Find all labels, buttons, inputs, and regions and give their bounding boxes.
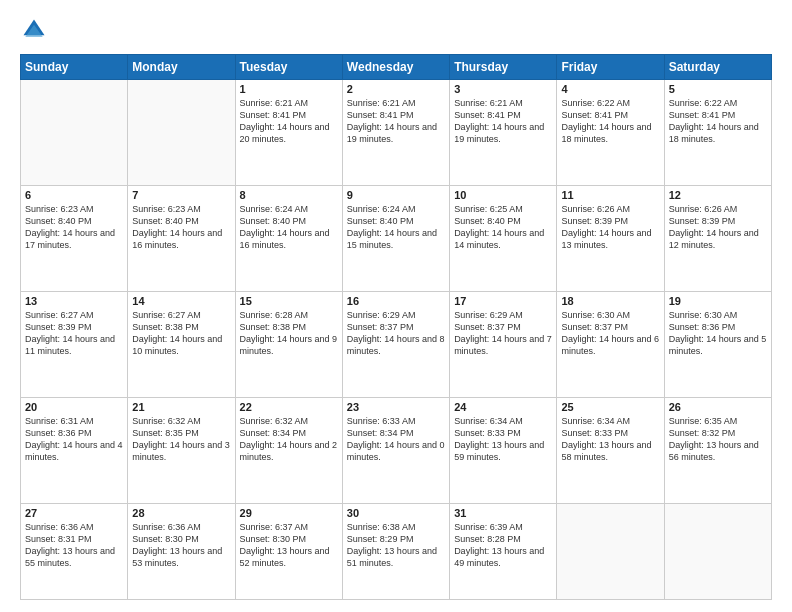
day-number: 23 xyxy=(347,401,445,413)
day-info: Sunrise: 6:32 AM Sunset: 8:34 PM Dayligh… xyxy=(240,415,338,464)
day-info: Sunrise: 6:31 AM Sunset: 8:36 PM Dayligh… xyxy=(25,415,123,464)
day-number: 31 xyxy=(454,507,552,519)
weekday-header-friday: Friday xyxy=(557,55,664,80)
calendar-cell: 3Sunrise: 6:21 AM Sunset: 8:41 PM Daylig… xyxy=(450,80,557,186)
logo xyxy=(20,16,52,44)
day-number: 1 xyxy=(240,83,338,95)
day-info: Sunrise: 6:22 AM Sunset: 8:41 PM Dayligh… xyxy=(561,97,659,146)
calendar-cell: 8Sunrise: 6:24 AM Sunset: 8:40 PM Daylig… xyxy=(235,185,342,291)
calendar-cell xyxy=(21,80,128,186)
page: SundayMondayTuesdayWednesdayThursdayFrid… xyxy=(0,0,792,612)
day-info: Sunrise: 6:25 AM Sunset: 8:40 PM Dayligh… xyxy=(454,203,552,252)
day-number: 30 xyxy=(347,507,445,519)
day-info: Sunrise: 6:30 AM Sunset: 8:36 PM Dayligh… xyxy=(669,309,767,358)
day-info: Sunrise: 6:34 AM Sunset: 8:33 PM Dayligh… xyxy=(454,415,552,464)
calendar-cell: 7Sunrise: 6:23 AM Sunset: 8:40 PM Daylig… xyxy=(128,185,235,291)
day-info: Sunrise: 6:29 AM Sunset: 8:37 PM Dayligh… xyxy=(454,309,552,358)
day-info: Sunrise: 6:32 AM Sunset: 8:35 PM Dayligh… xyxy=(132,415,230,464)
day-number: 16 xyxy=(347,295,445,307)
calendar-cell: 29Sunrise: 6:37 AM Sunset: 8:30 PM Dayli… xyxy=(235,503,342,599)
day-info: Sunrise: 6:23 AM Sunset: 8:40 PM Dayligh… xyxy=(132,203,230,252)
day-info: Sunrise: 6:38 AM Sunset: 8:29 PM Dayligh… xyxy=(347,521,445,570)
calendar-cell: 31Sunrise: 6:39 AM Sunset: 8:28 PM Dayli… xyxy=(450,503,557,599)
header xyxy=(20,16,772,44)
calendar-cell xyxy=(128,80,235,186)
weekday-header-row: SundayMondayTuesdayWednesdayThursdayFrid… xyxy=(21,55,772,80)
calendar-cell: 24Sunrise: 6:34 AM Sunset: 8:33 PM Dayli… xyxy=(450,397,557,503)
day-info: Sunrise: 6:26 AM Sunset: 8:39 PM Dayligh… xyxy=(561,203,659,252)
day-number: 13 xyxy=(25,295,123,307)
day-info: Sunrise: 6:35 AM Sunset: 8:32 PM Dayligh… xyxy=(669,415,767,464)
day-number: 22 xyxy=(240,401,338,413)
day-info: Sunrise: 6:21 AM Sunset: 8:41 PM Dayligh… xyxy=(454,97,552,146)
day-number: 5 xyxy=(669,83,767,95)
day-info: Sunrise: 6:39 AM Sunset: 8:28 PM Dayligh… xyxy=(454,521,552,570)
day-info: Sunrise: 6:27 AM Sunset: 8:38 PM Dayligh… xyxy=(132,309,230,358)
calendar-cell: 27Sunrise: 6:36 AM Sunset: 8:31 PM Dayli… xyxy=(21,503,128,599)
calendar-cell: 1Sunrise: 6:21 AM Sunset: 8:41 PM Daylig… xyxy=(235,80,342,186)
day-number: 8 xyxy=(240,189,338,201)
calendar-cell: 17Sunrise: 6:29 AM Sunset: 8:37 PM Dayli… xyxy=(450,291,557,397)
day-info: Sunrise: 6:23 AM Sunset: 8:40 PM Dayligh… xyxy=(25,203,123,252)
calendar-table: SundayMondayTuesdayWednesdayThursdayFrid… xyxy=(20,54,772,600)
day-info: Sunrise: 6:36 AM Sunset: 8:30 PM Dayligh… xyxy=(132,521,230,570)
day-number: 17 xyxy=(454,295,552,307)
day-number: 25 xyxy=(561,401,659,413)
day-info: Sunrise: 6:27 AM Sunset: 8:39 PM Dayligh… xyxy=(25,309,123,358)
day-number: 29 xyxy=(240,507,338,519)
day-number: 20 xyxy=(25,401,123,413)
day-number: 12 xyxy=(669,189,767,201)
week-row-1: 1Sunrise: 6:21 AM Sunset: 8:41 PM Daylig… xyxy=(21,80,772,186)
day-info: Sunrise: 6:26 AM Sunset: 8:39 PM Dayligh… xyxy=(669,203,767,252)
day-number: 3 xyxy=(454,83,552,95)
calendar-cell: 13Sunrise: 6:27 AM Sunset: 8:39 PM Dayli… xyxy=(21,291,128,397)
day-info: Sunrise: 6:24 AM Sunset: 8:40 PM Dayligh… xyxy=(347,203,445,252)
calendar-cell: 22Sunrise: 6:32 AM Sunset: 8:34 PM Dayli… xyxy=(235,397,342,503)
calendar-cell: 26Sunrise: 6:35 AM Sunset: 8:32 PM Dayli… xyxy=(664,397,771,503)
day-number: 7 xyxy=(132,189,230,201)
calendar-cell: 28Sunrise: 6:36 AM Sunset: 8:30 PM Dayli… xyxy=(128,503,235,599)
calendar-cell: 4Sunrise: 6:22 AM Sunset: 8:41 PM Daylig… xyxy=(557,80,664,186)
day-number: 6 xyxy=(25,189,123,201)
weekday-header-tuesday: Tuesday xyxy=(235,55,342,80)
day-number: 26 xyxy=(669,401,767,413)
calendar-cell: 25Sunrise: 6:34 AM Sunset: 8:33 PM Dayli… xyxy=(557,397,664,503)
day-info: Sunrise: 6:34 AM Sunset: 8:33 PM Dayligh… xyxy=(561,415,659,464)
day-info: Sunrise: 6:22 AM Sunset: 8:41 PM Dayligh… xyxy=(669,97,767,146)
weekday-header-wednesday: Wednesday xyxy=(342,55,449,80)
calendar-cell xyxy=(664,503,771,599)
day-info: Sunrise: 6:28 AM Sunset: 8:38 PM Dayligh… xyxy=(240,309,338,358)
calendar-cell: 2Sunrise: 6:21 AM Sunset: 8:41 PM Daylig… xyxy=(342,80,449,186)
weekday-header-sunday: Sunday xyxy=(21,55,128,80)
calendar-cell: 14Sunrise: 6:27 AM Sunset: 8:38 PM Dayli… xyxy=(128,291,235,397)
day-number: 24 xyxy=(454,401,552,413)
week-row-2: 6Sunrise: 6:23 AM Sunset: 8:40 PM Daylig… xyxy=(21,185,772,291)
day-number: 4 xyxy=(561,83,659,95)
day-number: 28 xyxy=(132,507,230,519)
calendar-cell: 18Sunrise: 6:30 AM Sunset: 8:37 PM Dayli… xyxy=(557,291,664,397)
weekday-header-thursday: Thursday xyxy=(450,55,557,80)
day-info: Sunrise: 6:21 AM Sunset: 8:41 PM Dayligh… xyxy=(240,97,338,146)
calendar-cell xyxy=(557,503,664,599)
day-number: 18 xyxy=(561,295,659,307)
calendar-cell: 11Sunrise: 6:26 AM Sunset: 8:39 PM Dayli… xyxy=(557,185,664,291)
day-number: 21 xyxy=(132,401,230,413)
calendar-cell: 20Sunrise: 6:31 AM Sunset: 8:36 PM Dayli… xyxy=(21,397,128,503)
calendar-cell: 16Sunrise: 6:29 AM Sunset: 8:37 PM Dayli… xyxy=(342,291,449,397)
calendar-cell: 6Sunrise: 6:23 AM Sunset: 8:40 PM Daylig… xyxy=(21,185,128,291)
day-number: 15 xyxy=(240,295,338,307)
calendar-cell: 19Sunrise: 6:30 AM Sunset: 8:36 PM Dayli… xyxy=(664,291,771,397)
day-number: 19 xyxy=(669,295,767,307)
calendar-cell: 30Sunrise: 6:38 AM Sunset: 8:29 PM Dayli… xyxy=(342,503,449,599)
day-info: Sunrise: 6:30 AM Sunset: 8:37 PM Dayligh… xyxy=(561,309,659,358)
weekday-header-monday: Monday xyxy=(128,55,235,80)
day-number: 10 xyxy=(454,189,552,201)
calendar-cell: 9Sunrise: 6:24 AM Sunset: 8:40 PM Daylig… xyxy=(342,185,449,291)
calendar-cell: 5Sunrise: 6:22 AM Sunset: 8:41 PM Daylig… xyxy=(664,80,771,186)
calendar-cell: 10Sunrise: 6:25 AM Sunset: 8:40 PM Dayli… xyxy=(450,185,557,291)
calendar-cell: 23Sunrise: 6:33 AM Sunset: 8:34 PM Dayli… xyxy=(342,397,449,503)
week-row-4: 20Sunrise: 6:31 AM Sunset: 8:36 PM Dayli… xyxy=(21,397,772,503)
day-number: 2 xyxy=(347,83,445,95)
weekday-header-saturday: Saturday xyxy=(664,55,771,80)
day-number: 11 xyxy=(561,189,659,201)
